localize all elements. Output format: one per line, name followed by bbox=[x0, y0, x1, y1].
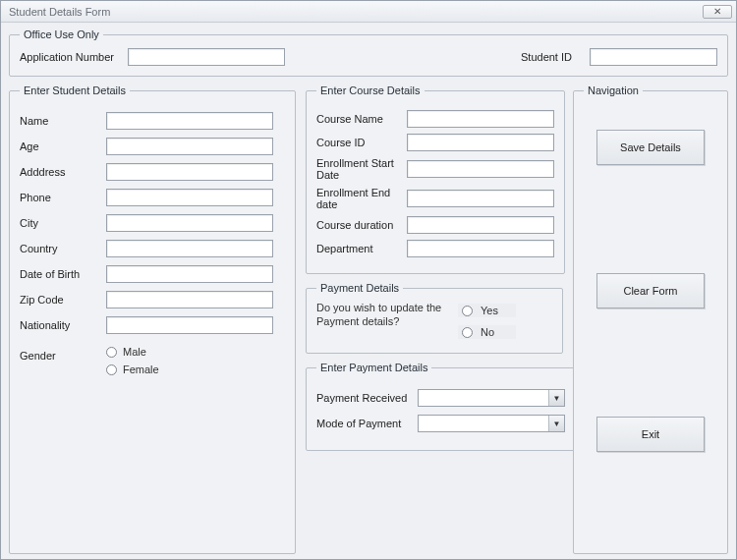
gender-female-radio[interactable] bbox=[106, 364, 117, 375]
enroll-end-label: Enrollment End date bbox=[316, 187, 399, 210]
phone-label: Phone bbox=[20, 192, 98, 203]
gender-male-label: Male bbox=[123, 346, 146, 358]
close-icon: ✕ bbox=[713, 6, 721, 17]
student-details-group: Enter Student Details Name Age Adddress … bbox=[9, 84, 296, 554]
payment-no-radio[interactable] bbox=[462, 327, 473, 338]
age-label: Age bbox=[20, 140, 98, 152]
name-input[interactable] bbox=[106, 112, 273, 130]
course-id-label: Course ID bbox=[316, 137, 399, 148]
student-details-legend: Enter Student Details bbox=[20, 84, 130, 96]
course-details-legend: Enter Course Details bbox=[316, 84, 425, 96]
name-label: Name bbox=[20, 115, 98, 127]
application-number-input[interactable] bbox=[128, 48, 285, 66]
dob-label: Date of Birth bbox=[20, 268, 98, 280]
chevron-down-icon[interactable]: ▼ bbox=[548, 416, 564, 431]
payment-enter-legend: Enter Payment Details bbox=[316, 362, 431, 373]
course-name-label: Course Name bbox=[316, 113, 399, 125]
window-frame: Student Details Form ✕ Office Use Only A… bbox=[0, 0, 737, 560]
nationality-input[interactable] bbox=[106, 316, 273, 334]
dob-input[interactable] bbox=[106, 265, 273, 283]
payment-yes-label: Yes bbox=[481, 305, 498, 316]
course-details-group: Enter Course Details Course Name Course … bbox=[306, 84, 565, 274]
course-name-input[interactable] bbox=[407, 110, 554, 128]
gender-label: Gender bbox=[20, 346, 98, 362]
navigation-group: Navigation Save Details Clear Form Exit bbox=[573, 84, 728, 554]
payment-mode-label: Mode of Payment bbox=[316, 418, 410, 429]
gender-female-label: Female bbox=[123, 364, 159, 375]
enroll-start-label: Enrollment Start Date bbox=[316, 157, 399, 181]
clear-form-button[interactable]: Clear Form bbox=[596, 273, 705, 308]
zip-label: Zip Code bbox=[20, 294, 98, 306]
course-id-input[interactable] bbox=[407, 134, 554, 151]
nationality-label: Nationality bbox=[20, 319, 98, 331]
country-label: Country bbox=[20, 243, 98, 254]
window-title: Student Details Form bbox=[9, 6, 110, 18]
student-id-input[interactable] bbox=[590, 48, 717, 66]
course-duration-label: Course duration bbox=[316, 219, 399, 231]
country-input[interactable] bbox=[106, 240, 273, 257]
payment-yes-radio[interactable] bbox=[462, 306, 473, 316]
course-duration-input[interactable] bbox=[407, 216, 554, 234]
city-label: City bbox=[20, 217, 98, 229]
address-label: Adddress bbox=[20, 166, 98, 178]
client-area: Office Use Only Application Number Stude… bbox=[1, 23, 736, 560]
payment-question-group: Payment Details Do you wish to update th… bbox=[306, 282, 563, 354]
payment-enter-group: Enter Payment Details Payment Received ▼… bbox=[306, 362, 576, 451]
exit-button[interactable]: Exit bbox=[596, 417, 705, 452]
window-close-button[interactable]: ✕ bbox=[703, 5, 732, 19]
payment-mode-combo[interactable]: ▼ bbox=[418, 415, 565, 432]
payment-received-input[interactable] bbox=[418, 389, 565, 407]
payment-question-legend: Payment Details bbox=[316, 282, 403, 294]
department-input[interactable] bbox=[407, 240, 554, 257]
address-input[interactable] bbox=[106, 163, 273, 181]
payment-no-label: No bbox=[481, 326, 494, 338]
titlebar: Student Details Form ✕ bbox=[1, 1, 736, 23]
save-details-button[interactable]: Save Details bbox=[596, 130, 705, 165]
enroll-start-input[interactable] bbox=[407, 160, 554, 178]
city-input[interactable] bbox=[106, 214, 273, 232]
zip-input[interactable] bbox=[106, 291, 273, 308]
payment-received-combo[interactable]: ▼ bbox=[418, 389, 565, 407]
chevron-down-icon[interactable]: ▼ bbox=[548, 390, 564, 406]
application-number-label: Application Number bbox=[20, 51, 128, 63]
phone-input[interactable] bbox=[106, 189, 273, 206]
enroll-end-input[interactable] bbox=[407, 190, 554, 207]
payment-received-label: Payment Received bbox=[316, 392, 410, 404]
gender-male-radio[interactable] bbox=[106, 347, 117, 358]
student-id-label: Student ID bbox=[521, 51, 590, 63]
navigation-legend: Navigation bbox=[584, 84, 643, 96]
department-label: Department bbox=[316, 243, 399, 254]
payment-mode-input[interactable] bbox=[418, 415, 565, 432]
office-use-group: Office Use Only Application Number Stude… bbox=[9, 28, 728, 77]
office-use-legend: Office Use Only bbox=[20, 28, 103, 40]
payment-update-question: Do you wish to update the Payment detail… bbox=[316, 302, 442, 329]
age-input[interactable] bbox=[106, 138, 273, 155]
